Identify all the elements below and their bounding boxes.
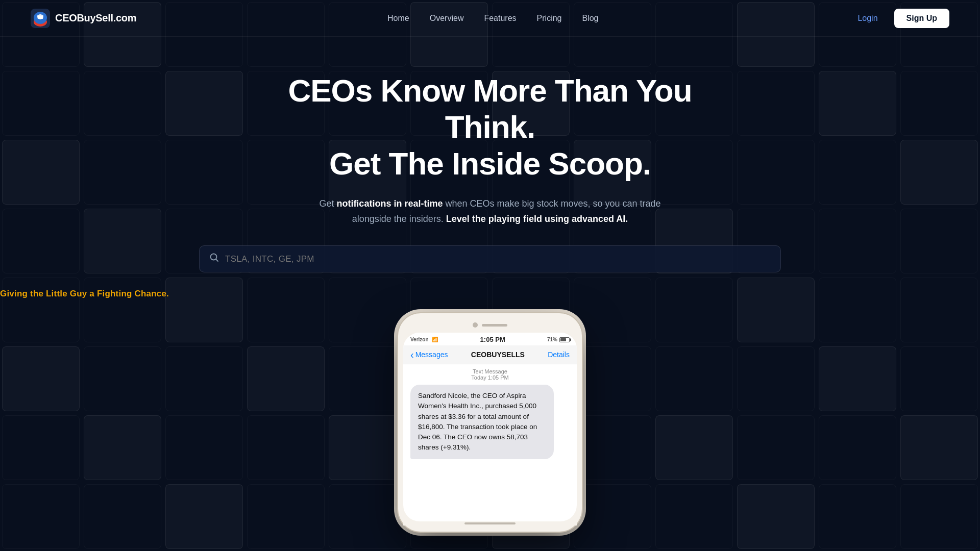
grid-cell bbox=[900, 415, 978, 480]
phone-carrier: Verizon 📶 bbox=[410, 337, 438, 342]
phone-time: 1:05 PM bbox=[480, 336, 505, 343]
battery-fill bbox=[560, 338, 566, 341]
grid-cell bbox=[165, 415, 243, 480]
home-indicator bbox=[464, 522, 516, 524]
grid-cell bbox=[165, 278, 243, 342]
grid-cell bbox=[84, 346, 161, 411]
tagline: Giving the Little Guy a Fighting Chance. bbox=[0, 289, 980, 299]
grid-cell bbox=[655, 415, 733, 480]
imessage-header: Messages CEOBUYSELLS Details bbox=[403, 345, 577, 364]
grid-cell bbox=[900, 484, 978, 549]
grid-cell bbox=[165, 484, 243, 549]
nav-blog[interactable]: Blog bbox=[582, 14, 598, 22]
grid-cell bbox=[247, 415, 325, 480]
grid-cell bbox=[737, 415, 815, 480]
nav-links: Home Overview Features Pricing Blog bbox=[387, 14, 598, 23]
grid-cell bbox=[247, 278, 325, 342]
phone-camera bbox=[473, 322, 478, 328]
grid-cell bbox=[2, 415, 80, 480]
search-icon bbox=[210, 253, 219, 265]
grid-cell bbox=[84, 415, 161, 480]
grid-cell bbox=[819, 484, 896, 549]
grid-cell bbox=[819, 346, 896, 411]
grid-cell bbox=[737, 484, 815, 549]
hero-subtitle-part1: Get bbox=[319, 198, 336, 209]
chat-contact-name: CEOBUYSELLS bbox=[471, 350, 525, 359]
phone-speaker bbox=[482, 324, 507, 327]
grid-cell bbox=[900, 346, 978, 411]
hero-section: CEOs Know More Than You Think. Get The I… bbox=[0, 37, 980, 227]
grid-cell bbox=[2, 278, 80, 342]
grid-cell bbox=[737, 346, 815, 411]
nav-overview[interactable]: Overview bbox=[430, 14, 464, 22]
phone-top-bar bbox=[403, 319, 577, 333]
grid-cell bbox=[84, 278, 161, 342]
message-bubble: Sandford Nicole, the CEO of Aspira Women… bbox=[410, 385, 554, 459]
grid-cell bbox=[655, 346, 733, 411]
search-input[interactable] bbox=[225, 254, 770, 264]
message-text: Sandford Nicole, the CEO of Aspira Women… bbox=[418, 392, 537, 451]
brand-name: CEOBuySell.com bbox=[55, 12, 136, 24]
phone-status-right: 71% bbox=[547, 337, 570, 342]
grid-cell bbox=[737, 278, 815, 342]
phone-status-bar: Verizon 📶 1:05 PM 71% bbox=[403, 333, 577, 345]
hero-subtitle: Get notifications in real-time when CEOs… bbox=[316, 196, 664, 227]
search-bar bbox=[199, 245, 781, 272]
nav-features[interactable]: Features bbox=[484, 14, 516, 22]
battery-icon bbox=[559, 337, 570, 342]
message-bubble-wrap: Sandford Nicole, the CEO of Aspira Women… bbox=[403, 383, 577, 466]
nav-pricing[interactable]: Pricing bbox=[537, 14, 562, 22]
grid-cell bbox=[247, 484, 325, 549]
nav-actions: Login Sign Up bbox=[849, 9, 949, 28]
grid-cell bbox=[819, 278, 896, 342]
grid-cell bbox=[2, 484, 80, 549]
hero-title: CEOs Know More Than You Think. Get The I… bbox=[260, 72, 720, 182]
grid-cell bbox=[819, 415, 896, 480]
message-date: Today 1:05 PM bbox=[403, 374, 577, 381]
grid-cell bbox=[655, 278, 733, 342]
phone-mockup: Verizon 📶 1:05 PM 71% Messages CEOBUYSEL… bbox=[393, 313, 587, 532]
grid-cell bbox=[247, 346, 325, 411]
grid-cell bbox=[655, 484, 733, 549]
nav-home[interactable]: Home bbox=[387, 14, 409, 22]
back-label: Messages bbox=[415, 350, 448, 359]
hero-title-line2: Get The Inside Scoop. bbox=[329, 146, 651, 181]
grid-cell bbox=[2, 346, 80, 411]
hero-subtitle-bold1: notifications in real-time bbox=[336, 198, 443, 209]
logo: CEOBuySell.com bbox=[31, 9, 136, 28]
phone-battery-pct: 71% bbox=[547, 337, 557, 342]
grid-cell bbox=[165, 346, 243, 411]
login-button[interactable]: Login bbox=[849, 10, 886, 27]
hero-title-line1: CEOs Know More Than You Think. bbox=[288, 73, 692, 144]
details-button[interactable]: Details bbox=[548, 350, 570, 359]
back-button[interactable]: Messages bbox=[410, 349, 448, 360]
phone-screen: Verizon 📶 1:05 PM 71% Messages CEOBUYSEL… bbox=[403, 333, 577, 521]
message-time: Text Message bbox=[403, 368, 577, 374]
phone-bottom-bar bbox=[403, 521, 577, 525]
navbar: CEOBuySell.com Home Overview Features Pr… bbox=[0, 0, 980, 37]
wifi-icon: 📶 bbox=[432, 337, 438, 342]
grid-cell bbox=[900, 278, 978, 342]
phone-outer: Verizon 📶 1:05 PM 71% Messages CEOBUYSEL… bbox=[398, 313, 582, 532]
search-container bbox=[199, 245, 781, 272]
logo-icon bbox=[31, 9, 50, 28]
message-time-label: Text Message Today 1:05 PM bbox=[403, 364, 577, 383]
grid-cell bbox=[84, 484, 161, 549]
phone-empty-space bbox=[403, 466, 577, 507]
signup-button[interactable]: Sign Up bbox=[894, 9, 949, 28]
hero-subtitle-bold2: Level the playing field using advanced A… bbox=[446, 214, 628, 224]
